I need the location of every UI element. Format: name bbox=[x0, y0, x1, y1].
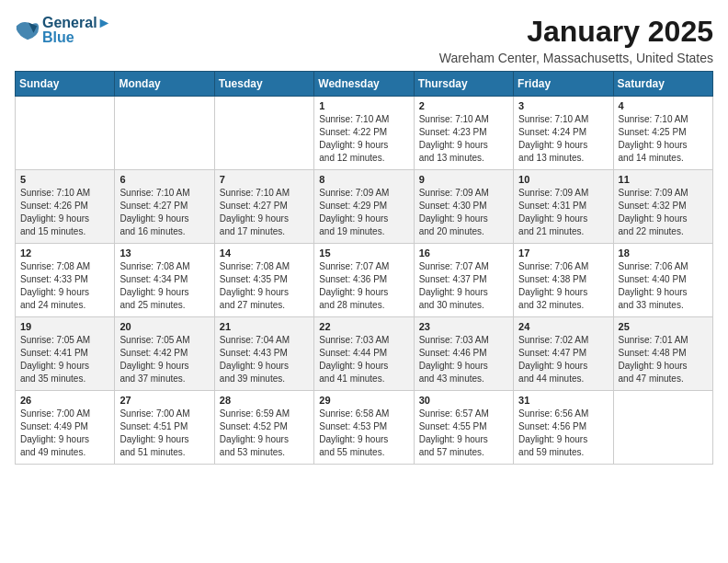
day-number: 24 bbox=[518, 321, 608, 332]
day-info: Sunrise: 7:08 AM Sunset: 4:34 PM Dayligh… bbox=[119, 260, 209, 312]
weekday-header-row: SundayMondayTuesdayWednesdayThursdayFrid… bbox=[16, 72, 713, 97]
day-number: 26 bbox=[20, 395, 109, 406]
day-info: Sunrise: 7:08 AM Sunset: 4:35 PM Dayligh… bbox=[220, 260, 309, 312]
calendar-cell: 10Sunrise: 7:09 AM Sunset: 4:31 PM Dayli… bbox=[514, 170, 613, 244]
calendar-cell: 20Sunrise: 7:05 AM Sunset: 4:42 PM Dayli… bbox=[115, 317, 214, 391]
calendar-cell: 22Sunrise: 7:03 AM Sunset: 4:44 PM Dayli… bbox=[314, 317, 414, 391]
calendar-cell: 2Sunrise: 7:10 AM Sunset: 4:23 PM Daylig… bbox=[414, 97, 513, 170]
calendar-cell: 25Sunrise: 7:01 AM Sunset: 4:48 PM Dayli… bbox=[613, 317, 712, 391]
weekday-header: Monday bbox=[115, 72, 214, 97]
day-number: 7 bbox=[220, 174, 309, 185]
page-header: General► Blue January 2025 Wareham Cente… bbox=[15, 15, 713, 65]
day-number: 18 bbox=[619, 247, 708, 259]
calendar-cell: 27Sunrise: 7:00 AM Sunset: 4:51 PM Dayli… bbox=[115, 391, 214, 465]
calendar-cell: 11Sunrise: 7:09 AM Sunset: 4:32 PM Dayli… bbox=[613, 170, 712, 244]
day-info: Sunrise: 7:06 AM Sunset: 4:40 PM Dayligh… bbox=[619, 260, 708, 312]
calendar-cell: 7Sunrise: 7:10 AM Sunset: 4:27 PM Daylig… bbox=[214, 170, 313, 244]
day-info: Sunrise: 7:10 AM Sunset: 4:23 PM Dayligh… bbox=[419, 113, 508, 165]
calendar-cell: 13Sunrise: 7:08 AM Sunset: 4:34 PM Dayli… bbox=[115, 244, 214, 317]
day-info: Sunrise: 7:10 AM Sunset: 4:27 PM Dayligh… bbox=[119, 187, 209, 238]
day-info: Sunrise: 7:03 AM Sunset: 4:46 PM Dayligh… bbox=[419, 334, 508, 385]
calendar-cell: 19Sunrise: 7:05 AM Sunset: 4:41 PM Dayli… bbox=[16, 317, 115, 391]
day-info: Sunrise: 7:09 AM Sunset: 4:32 PM Dayligh… bbox=[619, 187, 708, 238]
day-number: 10 bbox=[518, 174, 608, 185]
calendar-cell: 31Sunrise: 6:56 AM Sunset: 4:56 PM Dayli… bbox=[514, 391, 613, 465]
day-number: 5 bbox=[20, 174, 109, 185]
day-info: Sunrise: 7:08 AM Sunset: 4:33 PM Dayligh… bbox=[20, 260, 109, 312]
day-number: 16 bbox=[419, 247, 508, 259]
day-info: Sunrise: 7:09 AM Sunset: 4:29 PM Dayligh… bbox=[319, 187, 408, 238]
day-info: Sunrise: 7:10 AM Sunset: 4:24 PM Dayligh… bbox=[518, 113, 608, 165]
day-number: 12 bbox=[20, 247, 109, 259]
calendar-cell: 24Sunrise: 7:02 AM Sunset: 4:47 PM Dayli… bbox=[514, 317, 613, 391]
month-title: January 2025 bbox=[439, 15, 713, 49]
calendar-cell: 8Sunrise: 7:09 AM Sunset: 4:29 PM Daylig… bbox=[314, 170, 414, 244]
title-block: January 2025 Wareham Center, Massachuset… bbox=[439, 15, 713, 65]
day-number: 19 bbox=[20, 321, 109, 332]
day-number: 14 bbox=[220, 247, 309, 259]
day-number: 31 bbox=[518, 395, 608, 406]
calendar-cell: 6Sunrise: 7:10 AM Sunset: 4:27 PM Daylig… bbox=[115, 170, 214, 244]
calendar-week-row: 19Sunrise: 7:05 AM Sunset: 4:41 PM Dayli… bbox=[16, 317, 713, 391]
calendar-cell: 9Sunrise: 7:09 AM Sunset: 4:30 PM Daylig… bbox=[414, 170, 513, 244]
day-info: Sunrise: 7:07 AM Sunset: 4:36 PM Dayligh… bbox=[319, 260, 408, 312]
day-info: Sunrise: 6:59 AM Sunset: 4:52 PM Dayligh… bbox=[220, 408, 309, 459]
day-info: Sunrise: 7:05 AM Sunset: 4:42 PM Dayligh… bbox=[119, 334, 209, 385]
calendar-cell: 15Sunrise: 7:07 AM Sunset: 4:36 PM Dayli… bbox=[314, 244, 414, 317]
day-number: 9 bbox=[419, 174, 508, 185]
weekday-header: Sunday bbox=[16, 72, 115, 97]
day-info: Sunrise: 6:57 AM Sunset: 4:55 PM Dayligh… bbox=[419, 408, 508, 459]
weekday-header: Thursday bbox=[414, 72, 513, 97]
day-info: Sunrise: 7:03 AM Sunset: 4:44 PM Dayligh… bbox=[319, 334, 408, 385]
day-number: 17 bbox=[518, 247, 608, 259]
calendar-cell: 5Sunrise: 7:10 AM Sunset: 4:26 PM Daylig… bbox=[16, 170, 115, 244]
calendar-cell: 26Sunrise: 7:00 AM Sunset: 4:49 PM Dayli… bbox=[16, 391, 115, 465]
day-info: Sunrise: 7:10 AM Sunset: 4:25 PM Dayligh… bbox=[619, 113, 708, 165]
calendar-cell bbox=[214, 97, 313, 170]
day-number: 28 bbox=[220, 395, 309, 406]
day-info: Sunrise: 6:56 AM Sunset: 4:56 PM Dayligh… bbox=[518, 408, 608, 459]
logo-text: General► Blue bbox=[42, 15, 111, 46]
calendar-week-row: 12Sunrise: 7:08 AM Sunset: 4:33 PM Dayli… bbox=[16, 244, 713, 317]
day-number: 15 bbox=[319, 247, 408, 259]
day-number: 21 bbox=[220, 321, 309, 332]
calendar-cell: 3Sunrise: 7:10 AM Sunset: 4:24 PM Daylig… bbox=[514, 97, 613, 170]
day-info: Sunrise: 7:02 AM Sunset: 4:47 PM Dayligh… bbox=[518, 334, 608, 385]
weekday-header: Tuesday bbox=[214, 72, 313, 97]
logo-icon bbox=[15, 17, 40, 43]
day-number: 22 bbox=[319, 321, 408, 332]
day-number: 2 bbox=[419, 100, 508, 111]
logo: General► Blue bbox=[15, 15, 111, 46]
calendar-cell: 29Sunrise: 6:58 AM Sunset: 4:53 PM Dayli… bbox=[314, 391, 414, 465]
calendar-week-row: 26Sunrise: 7:00 AM Sunset: 4:49 PM Dayli… bbox=[16, 391, 713, 465]
calendar-week-row: 5Sunrise: 7:10 AM Sunset: 4:26 PM Daylig… bbox=[16, 170, 713, 244]
calendar-cell bbox=[16, 97, 115, 170]
day-number: 27 bbox=[119, 395, 209, 406]
day-info: Sunrise: 7:05 AM Sunset: 4:41 PM Dayligh… bbox=[20, 334, 109, 385]
day-number: 8 bbox=[319, 174, 408, 185]
day-number: 30 bbox=[419, 395, 508, 406]
day-number: 1 bbox=[319, 100, 408, 111]
day-info: Sunrise: 7:04 AM Sunset: 4:43 PM Dayligh… bbox=[220, 334, 309, 385]
day-info: Sunrise: 7:01 AM Sunset: 4:48 PM Dayligh… bbox=[619, 334, 708, 385]
day-info: Sunrise: 7:10 AM Sunset: 4:22 PM Dayligh… bbox=[319, 113, 408, 165]
day-number: 4 bbox=[619, 100, 708, 111]
day-info: Sunrise: 7:10 AM Sunset: 4:26 PM Dayligh… bbox=[20, 187, 109, 238]
day-number: 23 bbox=[419, 321, 508, 332]
day-info: Sunrise: 7:00 AM Sunset: 4:51 PM Dayligh… bbox=[119, 408, 209, 459]
day-info: Sunrise: 7:10 AM Sunset: 4:27 PM Dayligh… bbox=[220, 187, 309, 238]
day-number: 25 bbox=[619, 321, 708, 332]
day-number: 11 bbox=[619, 174, 708, 185]
day-info: Sunrise: 7:09 AM Sunset: 4:30 PM Dayligh… bbox=[419, 187, 508, 238]
location: Wareham Center, Massachusetts, United St… bbox=[439, 51, 713, 65]
calendar-cell bbox=[115, 97, 214, 170]
calendar-cell: 12Sunrise: 7:08 AM Sunset: 4:33 PM Dayli… bbox=[16, 244, 115, 317]
day-number: 29 bbox=[319, 395, 408, 406]
calendar-cell: 16Sunrise: 7:07 AM Sunset: 4:37 PM Dayli… bbox=[414, 244, 513, 317]
day-info: Sunrise: 7:00 AM Sunset: 4:49 PM Dayligh… bbox=[20, 408, 109, 459]
calendar-cell: 1Sunrise: 7:10 AM Sunset: 4:22 PM Daylig… bbox=[314, 97, 414, 170]
day-info: Sunrise: 6:58 AM Sunset: 4:53 PM Dayligh… bbox=[319, 408, 408, 459]
day-number: 3 bbox=[518, 100, 608, 111]
day-info: Sunrise: 7:09 AM Sunset: 4:31 PM Dayligh… bbox=[518, 187, 608, 238]
day-info: Sunrise: 7:06 AM Sunset: 4:38 PM Dayligh… bbox=[518, 260, 608, 312]
